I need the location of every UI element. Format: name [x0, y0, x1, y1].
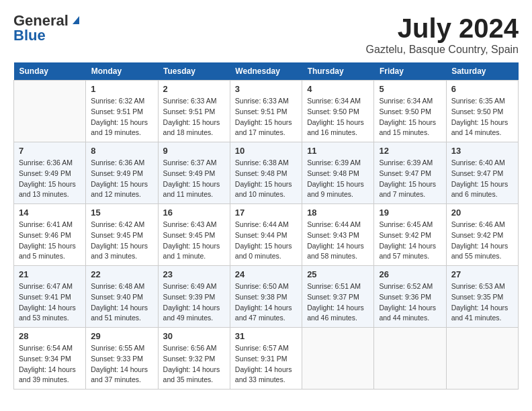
calendar-header-cell: Friday — [374, 62, 446, 81]
calendar-header-cell: Sunday — [14, 62, 86, 81]
day-info: Sunrise: 6:48 AM Sunset: 9:40 PM Dayligh… — [91, 281, 152, 324]
day-info: Sunrise: 6:56 AM Sunset: 9:32 PM Dayligh… — [163, 343, 225, 385]
calendar-day-cell: 3Sunrise: 6:33 AM Sunset: 9:51 PM Daylig… — [230, 81, 302, 142]
day-number: 4 — [307, 84, 369, 94]
day-number: 12 — [379, 146, 441, 156]
calendar-week-row: 14Sunrise: 6:41 AM Sunset: 9:46 PM Dayli… — [14, 204, 519, 266]
day-info: Sunrise: 6:55 AM Sunset: 9:33 PM Dayligh… — [91, 343, 152, 385]
calendar-day-cell: 5Sunrise: 6:34 AM Sunset: 9:50 PM Daylig… — [374, 81, 446, 142]
calendar-day-cell — [302, 328, 374, 390]
day-info: Sunrise: 6:44 AM Sunset: 9:44 PM Dayligh… — [235, 220, 297, 262]
day-info: Sunrise: 6:54 AM Sunset: 9:34 PM Dayligh… — [19, 343, 81, 385]
calendar-day-cell: 31Sunrise: 6:57 AM Sunset: 9:31 PM Dayli… — [230, 328, 302, 390]
day-number: 5 — [379, 84, 441, 94]
calendar-day-cell: 13Sunrise: 6:40 AM Sunset: 9:47 PM Dayli… — [446, 142, 518, 204]
calendar-day-cell: 9Sunrise: 6:37 AM Sunset: 9:49 PM Daylig… — [158, 142, 230, 204]
calendar-day-cell: 23Sunrise: 6:49 AM Sunset: 9:39 PM Dayli… — [158, 266, 230, 328]
calendar-day-cell: 25Sunrise: 6:51 AM Sunset: 9:37 PM Dayli… — [302, 266, 374, 328]
page-title: July 2024 — [366, 13, 519, 44]
logo-blue-text: Blue — [13, 27, 46, 44]
day-number: 3 — [235, 84, 297, 94]
calendar-day-cell — [374, 328, 446, 390]
day-info: Sunrise: 6:39 AM Sunset: 9:48 PM Dayligh… — [307, 158, 369, 200]
day-info: Sunrise: 6:35 AM Sunset: 9:50 PM Dayligh… — [451, 96, 513, 138]
calendar-day-cell: 17Sunrise: 6:44 AM Sunset: 9:44 PM Dayli… — [230, 204, 302, 266]
day-number: 6 — [451, 84, 513, 94]
page-header: General Blue July 2024 Gaztelu, Basque C… — [13, 13, 519, 56]
day-number: 1 — [91, 84, 152, 94]
day-info: Sunrise: 6:44 AM Sunset: 9:43 PM Dayligh… — [307, 220, 369, 262]
day-number: 19 — [379, 208, 441, 218]
day-number: 29 — [91, 331, 152, 341]
calendar-week-row: 28Sunrise: 6:54 AM Sunset: 9:34 PM Dayli… — [14, 328, 519, 390]
page-subtitle: Gaztelu, Basque Country, Spain — [366, 44, 519, 56]
calendar-header-cell: Saturday — [446, 62, 518, 81]
day-number: 18 — [307, 208, 369, 218]
calendar-header-row: SundayMondayTuesdayWednesdayThursdayFrid… — [14, 62, 519, 81]
calendar-day-cell: 19Sunrise: 6:45 AM Sunset: 9:42 PM Dayli… — [374, 204, 446, 266]
calendar-day-cell: 6Sunrise: 6:35 AM Sunset: 9:50 PM Daylig… — [446, 81, 518, 142]
calendar-day-cell: 2Sunrise: 6:33 AM Sunset: 9:51 PM Daylig… — [158, 81, 230, 142]
day-info: Sunrise: 6:33 AM Sunset: 9:51 PM Dayligh… — [235, 96, 297, 138]
logo: General Blue — [13, 13, 82, 43]
day-number: 30 — [163, 331, 225, 341]
logo-icon — [70, 13, 82, 26]
day-number: 21 — [19, 269, 81, 279]
calendar-week-row: 21Sunrise: 6:47 AM Sunset: 9:41 PM Dayli… — [14, 266, 519, 328]
calendar-day-cell: 24Sunrise: 6:50 AM Sunset: 9:38 PM Dayli… — [230, 266, 302, 328]
day-info: Sunrise: 6:40 AM Sunset: 9:47 PM Dayligh… — [451, 158, 513, 200]
day-info: Sunrise: 6:36 AM Sunset: 9:49 PM Dayligh… — [19, 158, 81, 200]
day-info: Sunrise: 6:45 AM Sunset: 9:42 PM Dayligh… — [379, 220, 441, 262]
day-info: Sunrise: 6:41 AM Sunset: 9:46 PM Dayligh… — [19, 220, 81, 262]
calendar-table: SundayMondayTuesdayWednesdayThursdayFrid… — [13, 62, 519, 390]
calendar-week-row: 1Sunrise: 6:32 AM Sunset: 9:51 PM Daylig… — [14, 81, 519, 142]
day-info: Sunrise: 6:49 AM Sunset: 9:39 PM Dayligh… — [163, 281, 225, 324]
day-info: Sunrise: 6:42 AM Sunset: 9:45 PM Dayligh… — [91, 220, 152, 262]
calendar-day-cell: 29Sunrise: 6:55 AM Sunset: 9:33 PM Dayli… — [86, 328, 158, 390]
calendar-day-cell: 27Sunrise: 6:53 AM Sunset: 9:35 PM Dayli… — [446, 266, 518, 328]
day-info: Sunrise: 6:51 AM Sunset: 9:37 PM Dayligh… — [307, 281, 369, 324]
day-info: Sunrise: 6:47 AM Sunset: 9:41 PM Dayligh… — [19, 281, 81, 324]
day-info: Sunrise: 6:38 AM Sunset: 9:48 PM Dayligh… — [235, 158, 297, 200]
calendar-day-cell: 8Sunrise: 6:36 AM Sunset: 9:49 PM Daylig… — [86, 142, 158, 204]
calendar-header-cell: Thursday — [302, 62, 374, 81]
calendar-day-cell — [14, 81, 86, 142]
day-number: 24 — [235, 269, 297, 279]
day-number: 15 — [91, 208, 152, 218]
day-info: Sunrise: 6:34 AM Sunset: 9:50 PM Dayligh… — [379, 96, 441, 138]
day-number: 11 — [307, 146, 369, 156]
calendar-day-cell — [446, 328, 518, 390]
day-info: Sunrise: 6:50 AM Sunset: 9:38 PM Dayligh… — [235, 281, 297, 324]
calendar-day-cell: 11Sunrise: 6:39 AM Sunset: 9:48 PM Dayli… — [302, 142, 374, 204]
day-info: Sunrise: 6:39 AM Sunset: 9:47 PM Dayligh… — [379, 158, 441, 200]
day-number: 2 — [163, 84, 225, 94]
calendar-day-cell: 10Sunrise: 6:38 AM Sunset: 9:48 PM Dayli… — [230, 142, 302, 204]
calendar-day-cell: 16Sunrise: 6:43 AM Sunset: 9:45 PM Dayli… — [158, 204, 230, 266]
day-info: Sunrise: 6:34 AM Sunset: 9:50 PM Dayligh… — [307, 96, 369, 138]
day-number: 25 — [307, 269, 369, 279]
day-number: 14 — [19, 208, 81, 218]
day-info: Sunrise: 6:57 AM Sunset: 9:31 PM Dayligh… — [235, 343, 297, 385]
day-number: 28 — [19, 331, 81, 341]
day-info: Sunrise: 6:36 AM Sunset: 9:49 PM Dayligh… — [91, 158, 152, 200]
day-number: 16 — [163, 208, 225, 218]
calendar-day-cell: 20Sunrise: 6:46 AM Sunset: 9:42 PM Dayli… — [446, 204, 518, 266]
day-number: 27 — [451, 269, 513, 279]
day-number: 13 — [451, 146, 513, 156]
svg-marker-0 — [73, 16, 79, 24]
calendar-day-cell: 22Sunrise: 6:48 AM Sunset: 9:40 PM Dayli… — [86, 266, 158, 328]
calendar-day-cell: 4Sunrise: 6:34 AM Sunset: 9:50 PM Daylig… — [302, 81, 374, 142]
calendar-day-cell: 14Sunrise: 6:41 AM Sunset: 9:46 PM Dayli… — [14, 204, 86, 266]
calendar-header-cell: Monday — [86, 62, 158, 81]
day-info: Sunrise: 6:32 AM Sunset: 9:51 PM Dayligh… — [91, 96, 152, 138]
day-info: Sunrise: 6:33 AM Sunset: 9:51 PM Dayligh… — [163, 96, 225, 138]
calendar-day-cell: 7Sunrise: 6:36 AM Sunset: 9:49 PM Daylig… — [14, 142, 86, 204]
calendar-week-row: 7Sunrise: 6:36 AM Sunset: 9:49 PM Daylig… — [14, 142, 519, 204]
day-info: Sunrise: 6:46 AM Sunset: 9:42 PM Dayligh… — [451, 220, 513, 262]
day-number: 26 — [379, 269, 441, 279]
calendar-day-cell: 30Sunrise: 6:56 AM Sunset: 9:32 PM Dayli… — [158, 328, 230, 390]
day-number: 17 — [235, 208, 297, 218]
logo-general-text: General — [13, 13, 69, 28]
day-info: Sunrise: 6:52 AM Sunset: 9:36 PM Dayligh… — [379, 281, 441, 324]
day-number: 7 — [19, 146, 81, 156]
